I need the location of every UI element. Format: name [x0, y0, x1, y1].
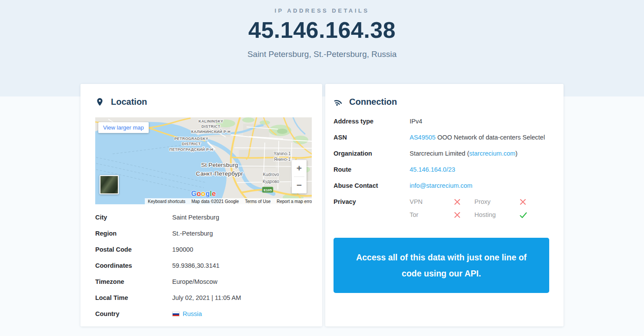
privacy-item-proxy: Proxy	[474, 198, 520, 206]
banner-line-1: Access all of this data with just one li…	[356, 250, 527, 266]
map-label-kalininsky-2: DISTRICT	[201, 124, 220, 129]
google-logo-letter: G	[191, 190, 197, 197]
field-row-address-type: Address type IPv4	[334, 113, 549, 130]
zoom-out-button[interactable]: −	[292, 177, 307, 193]
map-label-yanino-ru: Янино-1	[274, 157, 291, 162]
map-zoom-control: + −	[292, 160, 307, 193]
field-row-country: Country Russia	[95, 306, 312, 322]
map-label-petrogradsky-2: DISTRICT	[182, 142, 201, 146]
map-eroad-badge: E105	[264, 188, 272, 192]
map-label-petrogradsky-3: ПЕТРОГРАДСКИЙ Р-Н	[170, 147, 214, 152]
x-icon	[454, 199, 460, 205]
check-icon	[520, 212, 527, 218]
field-value: 59.9386,30.3141	[172, 262, 220, 269]
map-label-city-en: St Petersburg	[201, 162, 238, 168]
privacy-item-vpn: VPN	[410, 198, 454, 206]
privacy-item-tor: Tor	[410, 211, 454, 219]
asn-description: OOO Network of data-centers Selectel	[436, 134, 545, 141]
location-fields: City Saint Petersburg Region St.-Petersb…	[95, 210, 312, 322]
map-label-city-ru: Санкт-Петербург	[196, 170, 244, 177]
x-icon	[454, 212, 460, 218]
map-data-credit: Map data ©2021 Google	[188, 199, 242, 204]
location-card-title: Location	[95, 95, 312, 108]
field-label: Privacy	[334, 198, 410, 206]
field-row-timezone: Timezone Europe/Moscow	[95, 274, 312, 290]
field-label: Coordinates	[95, 262, 172, 269]
field-value: Starcrecium Limited (starcrecium.com)	[410, 150, 517, 157]
field-value: AS49505 OOO Network of data-centers Sele…	[410, 134, 545, 141]
google-logo-letter: o	[201, 190, 205, 197]
proxy-status	[520, 199, 527, 205]
country-link[interactable]: Russia	[183, 310, 202, 317]
field-row-route: Route 45.146.164.0/23	[334, 162, 549, 178]
hero-header: IP ADDRESS DETAILS 45.146.164.38 Saint P…	[0, 0, 644, 96]
org-domain-link[interactable]: starcrecium.com	[469, 150, 515, 157]
google-logo[interactable]: Google	[191, 190, 216, 198]
google-logo-letter: g	[205, 190, 210, 197]
russia-flag-icon	[172, 312, 180, 316]
map-label-kalininsky-3: КАЛИНИНСКИЙ Р-Н	[191, 129, 230, 134]
field-row-city: City Saint Petersburg	[95, 210, 312, 226]
field-label: Address type	[334, 118, 410, 125]
report-map-error-link[interactable]: Report a map error	[274, 199, 312, 204]
field-value: 45.146.164.0/23	[410, 166, 455, 173]
satellite-view-toggle[interactable]	[100, 175, 119, 194]
org-name: Starcrecium Limited (	[410, 150, 469, 157]
field-value: Saint Petersburg	[172, 214, 219, 221]
zoom-in-button[interactable]: +	[292, 160, 307, 176]
map-attribution-bar: Keyboard shortcuts Map data ©2021 Google…	[145, 198, 312, 204]
field-row-coordinates: Coordinates 59.9386,30.3141	[95, 258, 312, 274]
field-label: Country	[95, 310, 172, 318]
field-row-organization: Organization Starcrecium Limited (starcr…	[334, 146, 549, 162]
connection-title-text: Connection	[349, 97, 397, 107]
eyebrow-label: IP ADDRESS DETAILS	[0, 0, 644, 14]
field-row-local-time: Local Time July 02, 2021 | 11:05 AM	[95, 290, 312, 306]
content-cards: Location	[80, 84, 564, 326]
field-row-postal-code: Postal Code 190000	[95, 242, 312, 258]
x-icon	[520, 199, 526, 205]
field-value: 190000	[172, 246, 193, 253]
location-card: Location	[80, 84, 322, 326]
signal-broadcast-icon	[334, 97, 343, 106]
field-value: Russia	[172, 310, 202, 318]
field-label: Region	[95, 230, 172, 237]
field-value: IPv4	[410, 118, 422, 125]
banner-line-2: code using our API.	[402, 266, 481, 282]
connection-card: Connection Address type IPv4 ASN AS49505…	[325, 84, 564, 326]
vpn-status	[454, 199, 474, 205]
map-label-kudrovo-ru: Кудрово	[263, 179, 280, 184]
connection-card-title: Connection	[334, 95, 549, 108]
hosting-status	[520, 212, 527, 218]
location-title-text: Location	[111, 97, 147, 107]
view-larger-map-button[interactable]: View larger map	[98, 122, 149, 133]
field-row-abuse-contact: Abuse Contact info@starcrecium.com	[334, 178, 549, 194]
field-label: Timezone	[95, 278, 172, 286]
route-link[interactable]: 45.146.164.0/23	[410, 166, 455, 173]
field-value: July 02, 2021 | 11:05 AM	[172, 294, 241, 302]
google-map-embed[interactable]: KALININSKY DISTRICT КАЛИНИНСКИЙ Р-Н PETR…	[95, 117, 312, 204]
map-label-yanino-en: Yanino-1	[274, 151, 291, 156]
map-label-kudrovo-en: Kudrovo	[263, 172, 279, 177]
map-label-petrogradsky-1: PETROGRADSKY	[174, 136, 208, 141]
privacy-item-hosting: Hosting	[474, 211, 520, 219]
asn-link[interactable]: AS49505	[410, 134, 436, 141]
field-value: Europe/Moscow	[172, 278, 217, 286]
field-label: Abuse Contact	[334, 182, 410, 190]
field-label: Local Time	[95, 294, 172, 302]
terms-of-use-link[interactable]: Terms of Use	[242, 199, 274, 204]
org-close-paren: )	[515, 150, 517, 157]
map-label-kalininsky-1: KALININSKY	[198, 119, 223, 123]
field-label: ASN	[334, 134, 410, 141]
field-label: Organization	[334, 150, 410, 157]
field-label: Postal Code	[95, 246, 172, 253]
ip-address-title: 45.146.164.38	[0, 17, 644, 43]
field-row-asn: ASN AS49505 OOO Network of data-centers …	[334, 130, 549, 146]
ip-location-subtitle: Saint Petersburg, St.-Petersburg, Russia	[0, 50, 644, 59]
keyboard-shortcuts-link[interactable]: Keyboard shortcuts	[145, 199, 188, 204]
google-logo-letter: o	[197, 190, 201, 197]
field-label: City	[95, 214, 172, 221]
location-pin-icon	[95, 97, 104, 106]
abuse-email-link[interactable]: info@starcrecium.com	[410, 182, 472, 189]
tor-status	[454, 212, 474, 218]
api-cta-banner[interactable]: Access all of this data with just one li…	[334, 238, 549, 293]
